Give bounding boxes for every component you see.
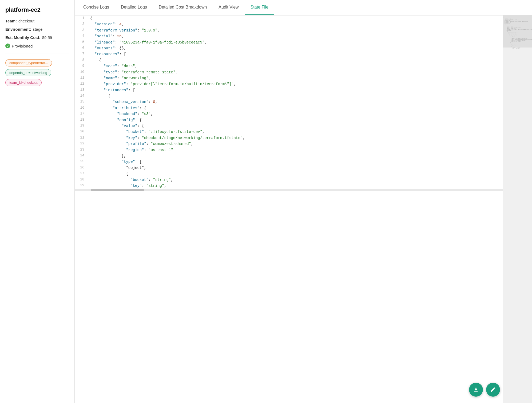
code-area: 1{2 "version": 4,3 "terraform_version": … — [75, 15, 532, 403]
env-row: Environment: stage — [5, 27, 69, 31]
team-value: checkout — [18, 19, 34, 23]
tab-state-file[interactable]: State File — [245, 0, 275, 15]
env-value: stage — [33, 27, 43, 31]
tabs-bar: Concise LogsDetailed LogsDetailed Cost B… — [75, 0, 532, 15]
line-number: 27 — [75, 171, 88, 177]
cost-label: Est. Monthly Cost: — [5, 35, 41, 40]
line-code: { — [88, 57, 503, 63]
line-code: "outputs": {}, — [88, 45, 503, 51]
line-number: 5 — [75, 39, 88, 45]
line-number: 14 — [75, 93, 88, 99]
table-row: 29 "key": "string", — [75, 183, 503, 189]
status-label: Provisioned — [12, 44, 33, 48]
main-content: Concise LogsDetailed LogsDetailed Cost B… — [75, 0, 532, 403]
table-row: 21 "key": "checkout/stage/networking/ter… — [75, 135, 503, 141]
line-code: "provider": "provider[\"terraform.io/bui… — [88, 81, 503, 87]
scrollbar-thumb[interactable] — [91, 189, 144, 191]
line-code: { — [88, 93, 503, 99]
env-label: Environment: — [5, 27, 31, 31]
edit-button[interactable] — [486, 383, 500, 397]
tab-detailed-cost-breakdown[interactable]: Detailed Cost Breakdown — [153, 0, 213, 15]
line-code: "version": 4, — [88, 21, 503, 27]
line-number: 24 — [75, 153, 88, 159]
table-row: 9 "mode": "data", — [75, 63, 503, 69]
table-row: 14 { — [75, 93, 503, 99]
line-number: 10 — [75, 69, 88, 75]
tag-component[interactable]: component_type=terraf... — [5, 59, 52, 66]
line-number: 9 — [75, 63, 88, 69]
line-code: "attributes": { — [88, 105, 503, 111]
line-code: "region": "us-east-1" — [88, 147, 503, 153]
code-viewer[interactable]: 1{2 "version": 4,3 "terraform_version": … — [75, 15, 503, 403]
line-code: "name": "networking", — [88, 75, 503, 81]
table-row: 7 "resources": [ — [75, 51, 503, 57]
status-badge: ✓ Provisioned — [5, 44, 69, 48]
horizontal-scrollbar[interactable] — [75, 189, 503, 191]
table-row: 13 "instances": [ — [75, 87, 503, 93]
table-row: 6 "outputs": {}, — [75, 45, 503, 51]
table-row: 3 "terraform_version": "1.0.9", — [75, 27, 503, 33]
fab-container — [469, 383, 500, 397]
table-row: 27 { — [75, 171, 503, 177]
table-row: 20 "bucket": "zlifecycle-tfstate-dev", — [75, 129, 503, 135]
table-row: 23 "region": "us-east-1" — [75, 147, 503, 153]
line-code: { — [88, 15, 503, 21]
team-row: Team: checkout — [5, 19, 69, 23]
line-code: "bucket": "string", — [88, 177, 503, 183]
line-code: "mode": "data", — [88, 63, 503, 69]
table-row: 15 "schema_version": 0, — [75, 99, 503, 105]
line-code: "config": { — [88, 117, 503, 123]
line-code: "terraform_version": "1.0.9", — [88, 27, 503, 33]
line-number: 26 — [75, 165, 88, 171]
tab-detailed-logs[interactable]: Detailed Logs — [115, 0, 153, 15]
sidebar-title: platform-ec2 — [5, 6, 69, 13]
line-number: 28 — [75, 177, 88, 183]
line-number: 8 — [75, 57, 88, 63]
line-number: 21 — [75, 135, 88, 141]
tag-team[interactable]: team_id=checkout — [5, 79, 42, 86]
line-number: 6 — [75, 45, 88, 51]
line-number: 15 — [75, 99, 88, 105]
line-code: "key": "string", — [88, 183, 503, 189]
sidebar: platform-ec2 Team: checkout Environment:… — [0, 0, 75, 403]
table-row: 18 "config": { — [75, 117, 503, 123]
table-row: 26 "object", — [75, 165, 503, 171]
line-number: 2 — [75, 21, 88, 27]
line-code: "lineage": "4169523a-ffa0-1f0a-fbd1-e35b… — [88, 39, 503, 45]
table-row: 8 { — [75, 57, 503, 63]
cost-value: $9.59 — [42, 35, 52, 40]
table-row: 25 "type": [ — [75, 159, 503, 165]
cost-row: Est. Monthly Cost: $9.59 — [5, 35, 69, 40]
table-row: 12 "provider": "provider[\"terraform.io/… — [75, 81, 503, 87]
table-row: 17 "backend": "s3", — [75, 111, 503, 117]
tab-audit-view[interactable]: Audit View — [213, 0, 244, 15]
line-code: "backend": "s3", — [88, 111, 503, 117]
line-number: 25 — [75, 159, 88, 165]
line-number: 22 — [75, 141, 88, 147]
line-number: 16 — [75, 105, 88, 111]
minimap-content: { "version": 4, "terraform_version": "1.… — [503, 15, 532, 50]
table-row: 11 "name": "networking", — [75, 75, 503, 81]
line-code: { — [88, 171, 503, 177]
code-table: 1{2 "version": 4,3 "terraform_version": … — [75, 15, 503, 189]
line-number: 17 — [75, 111, 88, 117]
line-code: "value": { — [88, 123, 503, 129]
tag-depends[interactable]: depends_on=networking — [5, 69, 51, 76]
line-number: 1 — [75, 15, 88, 21]
line-code: "object", — [88, 165, 503, 171]
line-code: "resources": [ — [88, 51, 503, 57]
line-number: 12 — [75, 81, 88, 87]
table-row: 28 "bucket": "string", — [75, 177, 503, 183]
line-number: 3 — [75, 27, 88, 33]
line-number: 20 — [75, 129, 88, 135]
tab-concise-logs[interactable]: Concise Logs — [77, 0, 115, 15]
tags-container: component_type=terraf...depends_on=netwo… — [5, 59, 69, 86]
line-number: 4 — [75, 33, 88, 39]
line-number: 13 — [75, 87, 88, 93]
download-button[interactable] — [469, 383, 483, 397]
table-row: 16 "attributes": { — [75, 105, 503, 111]
line-code: "type": "terraform_remote_state", — [88, 69, 503, 75]
line-code: "key": "checkout/stage/networking/terraf… — [88, 135, 503, 141]
line-code: "bucket": "zlifecycle-tfstate-dev", — [88, 129, 503, 135]
line-number: 18 — [75, 117, 88, 123]
